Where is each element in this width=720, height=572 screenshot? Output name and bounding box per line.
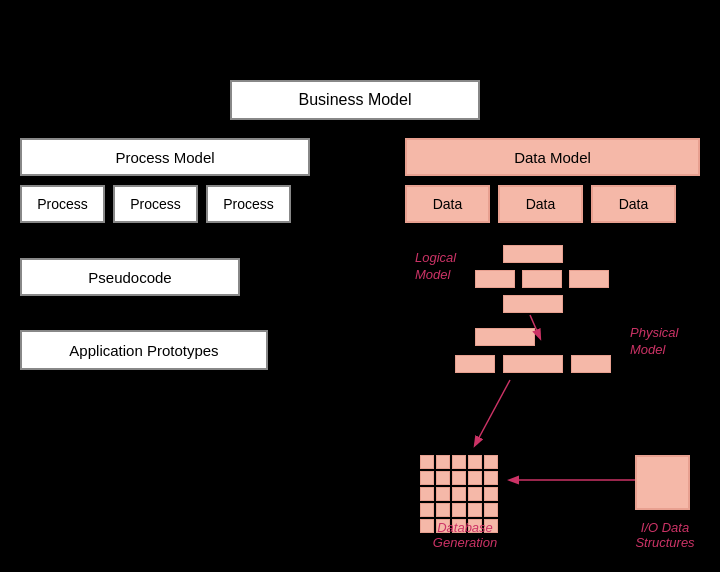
app-prototypes-label: Application Prototypes	[69, 342, 218, 359]
physical-small-box-1	[475, 328, 535, 346]
db-generation-label: DatabaseGeneration	[420, 520, 510, 550]
data-box-1: Data	[405, 185, 490, 223]
process-model-box: Process Model	[20, 138, 310, 176]
process-box-2: Process	[113, 185, 198, 223]
grid-cell	[484, 471, 498, 485]
data-model-label: Data Model	[514, 149, 591, 166]
grid-cell	[484, 503, 498, 517]
grid-cell	[484, 455, 498, 469]
io-data-label: I/O DataStructures	[620, 520, 710, 550]
grid-cell	[484, 487, 498, 501]
data-model-box: Data Model	[405, 138, 700, 176]
grid-cell	[436, 487, 450, 501]
logical-small-box-1	[503, 245, 563, 263]
physical-small-box-4	[571, 355, 611, 373]
grid-cell	[436, 503, 450, 517]
business-model-label: Business Model	[299, 91, 412, 109]
business-model-box: Business Model	[230, 80, 480, 120]
grid-cell	[420, 503, 434, 517]
logical-small-box-5	[503, 295, 563, 313]
physical-small-box-3	[503, 355, 563, 373]
grid-cell	[452, 455, 466, 469]
grid-cell	[468, 487, 482, 501]
logical-model-label: LogicalModel	[415, 250, 456, 284]
grid-cell	[436, 471, 450, 485]
grid-cell	[468, 471, 482, 485]
pseudocode-box: Pseudocode	[20, 258, 240, 296]
physical-to-db-arrow	[475, 380, 510, 445]
logical-small-box-4	[569, 270, 609, 288]
grid-cell	[452, 503, 466, 517]
diagram-container: Business Model Process Model Process Pro…	[0, 0, 720, 572]
grid-cell	[452, 471, 466, 485]
physical-small-box-2	[455, 355, 495, 373]
grid-cell	[452, 487, 466, 501]
pseudocode-label: Pseudocode	[88, 269, 171, 286]
data-box-3: Data	[591, 185, 676, 223]
data-label-2: Data	[526, 196, 556, 212]
app-prototypes-box: Application Prototypes	[20, 330, 268, 370]
process-box-1: Process	[20, 185, 105, 223]
data-box-2: Data	[498, 185, 583, 223]
grid-cell	[468, 455, 482, 469]
process-boxes: Process Process Process	[20, 185, 291, 223]
process-label-2: Process	[130, 196, 181, 212]
data-label-1: Data	[433, 196, 463, 212]
physical-model-label: PhysicalModel	[630, 325, 678, 359]
process-label-3: Process	[223, 196, 274, 212]
process-box-3: Process	[206, 185, 291, 223]
logical-small-box-3	[522, 270, 562, 288]
grid-cell	[420, 487, 434, 501]
data-boxes: Data Data Data	[405, 185, 676, 223]
grid-cell	[436, 455, 450, 469]
grid-cell	[468, 503, 482, 517]
grid-cell	[420, 455, 434, 469]
data-label-3: Data	[619, 196, 649, 212]
grid-cell	[420, 471, 434, 485]
logical-small-box-2	[475, 270, 515, 288]
process-label-1: Process	[37, 196, 88, 212]
io-data-box	[635, 455, 690, 510]
process-model-label: Process Model	[115, 149, 214, 166]
